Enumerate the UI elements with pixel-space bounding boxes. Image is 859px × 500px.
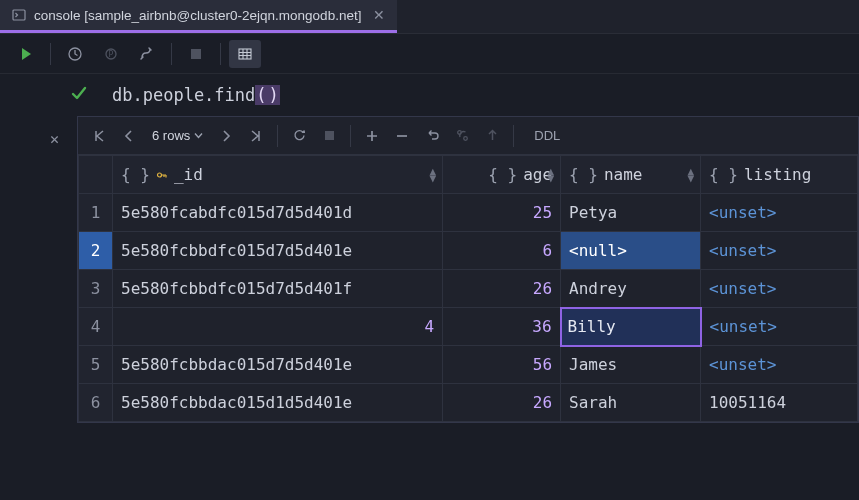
cell-age[interactable]: 25 [443, 194, 561, 232]
row-number[interactable]: 6 [79, 384, 113, 422]
query-ok-icon [70, 84, 88, 106]
cell-name[interactable]: Andrey [561, 270, 701, 308]
svg-point-8 [464, 137, 468, 141]
cell-listing[interactable]: <unset> [701, 194, 858, 232]
stop-button [180, 40, 212, 68]
close-icon[interactable]: ✕ [373, 7, 385, 23]
table-row[interactable]: 4436<unset> [79, 308, 858, 346]
table-row[interactable]: 15e580fcabdfc015d7d5d401d25Petya<unset> [79, 194, 858, 232]
column-header-name[interactable]: { } name ▲▼ [561, 156, 701, 194]
table-row[interactable]: 55e580fcbbdac015d7d5d401e56James<unset> [79, 346, 858, 384]
run-button[interactable] [10, 40, 42, 68]
cell-listing[interactable]: <unset> [701, 346, 858, 384]
table-row[interactable]: 25e580fcbbdfc015d7d5d401e6<null><unset> [79, 232, 858, 270]
cell-edit-input[interactable] [562, 310, 700, 344]
cell-age[interactable]: 36 [443, 308, 561, 346]
cell-age[interactable]: 56 [443, 346, 561, 384]
row-number[interactable]: 2 [79, 232, 113, 270]
column-label-listing: listing [744, 165, 811, 184]
cell-name[interactable]: <null> [561, 232, 701, 270]
row-number[interactable]: 1 [79, 194, 113, 232]
results-table: { } _id ▲▼ { } age ▲▼ [78, 155, 858, 422]
stop-refresh-button [314, 122, 344, 150]
cell-id[interactable]: 5e580fcbbdfc015d7d5d401e [113, 232, 443, 270]
query-text[interactable]: db.people.find() [112, 85, 280, 105]
cell-name[interactable]: Sarah [561, 384, 701, 422]
rownum-header [79, 156, 113, 194]
column-header-id[interactable]: { } _id ▲▼ [113, 156, 443, 194]
svg-point-9 [157, 173, 161, 177]
settings-button[interactable] [131, 40, 163, 68]
row-number[interactable]: 3 [79, 270, 113, 308]
query-row: db.people.find() [0, 74, 859, 116]
remove-row-button[interactable] [387, 122, 417, 150]
cell-id[interactable]: 5e580fcbbdfc015d7d5d401f [113, 270, 443, 308]
params-button[interactable]: P [95, 40, 127, 68]
table-view-button[interactable] [229, 40, 261, 68]
cell-age[interactable]: 6 [443, 232, 561, 270]
main-toolbar: P [0, 34, 859, 74]
column-label-name: name [604, 165, 643, 184]
svg-rect-6 [325, 131, 334, 140]
svg-rect-0 [13, 10, 25, 20]
cell-name[interactable]: Petya [561, 194, 701, 232]
first-page-button[interactable] [84, 122, 114, 150]
key-icon [156, 169, 168, 181]
ddl-button[interactable]: DDL [524, 128, 570, 143]
table-row[interactable]: 65e580fcbbdac015d1d5d401e26Sarah10051164 [79, 384, 858, 422]
tab-bar: console [sample_airbnb@cluster0-2ejqn.mo… [0, 0, 859, 34]
cell-listing[interactable]: <unset> [701, 308, 858, 346]
undo-button[interactable] [417, 122, 447, 150]
row-count-label: 6 rows [152, 128, 190, 143]
svg-text:P: P [109, 50, 114, 59]
results-panel: 6 rows DDL { } [77, 116, 859, 423]
tab-console[interactable]: console [sample_airbnb@cluster0-2ejqn.mo… [0, 0, 397, 33]
commit-button[interactable] [447, 122, 477, 150]
cell-listing[interactable]: <unset> [701, 232, 858, 270]
tab-title: console [sample_airbnb@cluster0-2ejqn.mo… [34, 8, 361, 23]
row-count[interactable]: 6 rows [144, 128, 211, 143]
prev-page-button[interactable] [114, 122, 144, 150]
paren-open: ( [255, 85, 267, 105]
cell-listing[interactable]: <unset> [701, 270, 858, 308]
paren-close: ) [268, 85, 280, 105]
results-toolbar: 6 rows DDL [78, 117, 858, 155]
row-number[interactable]: 5 [79, 346, 113, 384]
cell-id[interactable]: 4 [113, 308, 443, 346]
row-number[interactable]: 4 [79, 308, 113, 346]
cell-id[interactable]: 5e580fcbbdac015d7d5d401e [113, 346, 443, 384]
column-header-age[interactable]: { } age ▲▼ [443, 156, 561, 194]
cell-id[interactable]: 5e580fcabdfc015d7d5d401d [113, 194, 443, 232]
console-icon [12, 8, 26, 22]
table-row[interactable]: 35e580fcbbdfc015d7d5d401f26Andrey<unset> [79, 270, 858, 308]
cell-id[interactable]: 5e580fcbbdac015d1d5d401e [113, 384, 443, 422]
add-row-button[interactable] [357, 122, 387, 150]
cell-age[interactable]: 26 [443, 270, 561, 308]
cell-listing[interactable]: 10051164 [701, 384, 858, 422]
chevron-down-icon [194, 131, 203, 140]
cell-age[interactable]: 26 [443, 384, 561, 422]
svg-rect-4 [191, 49, 201, 59]
close-results-button[interactable]: ✕ [50, 130, 59, 148]
history-button[interactable] [59, 40, 91, 68]
query-prefix: db.people.find [112, 85, 255, 105]
cell-name[interactable] [561, 308, 701, 346]
submit-button[interactable] [477, 122, 507, 150]
svg-rect-5 [239, 49, 251, 59]
column-label-id: _id [174, 165, 203, 184]
last-page-button[interactable] [241, 122, 271, 150]
column-header-listing[interactable]: { } listing [701, 156, 858, 194]
cell-name[interactable]: James [561, 346, 701, 384]
refresh-button[interactable] [284, 122, 314, 150]
next-page-button[interactable] [211, 122, 241, 150]
